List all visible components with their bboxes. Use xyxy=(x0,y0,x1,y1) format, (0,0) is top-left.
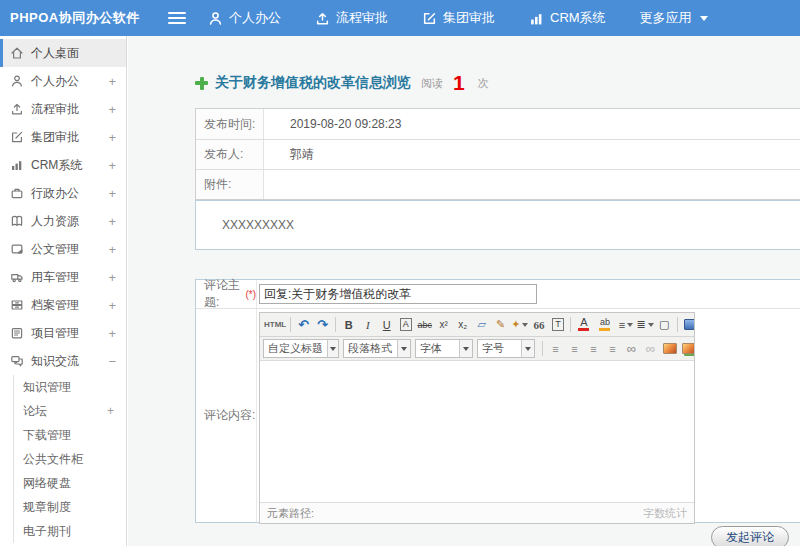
insert-link-icon[interactable]: ∞ xyxy=(622,340,641,358)
paste-as-text-icon[interactable]: T xyxy=(548,316,567,334)
sidebar-item-group-approval[interactable]: 集团审批 + xyxy=(0,123,126,151)
font-size-select[interactable]: 字号 xyxy=(477,339,535,358)
editor-toolbar-row2: 自定义标题 段落格式 字体 字号 xyxy=(260,337,694,361)
sidebar-item-label: 行政办公 xyxy=(31,185,108,202)
subscript-icon[interactable]: x₂ xyxy=(453,316,472,334)
sidebar-item-admin-office[interactable]: 行政办公 + xyxy=(0,179,126,207)
superscript-icon[interactable]: x² xyxy=(434,316,453,334)
fullscreen-icon[interactable] xyxy=(681,316,694,334)
bar-chart-icon xyxy=(9,158,24,173)
sidebar-subitem-e-journal[interactable]: 电子期刊 xyxy=(14,519,126,543)
expand-sign[interactable]: + xyxy=(108,214,116,229)
document-icon xyxy=(9,242,24,257)
submit-comment-button[interactable]: 发起评论 xyxy=(711,526,789,546)
sidebar-item-archives[interactable]: 档案管理 + xyxy=(0,291,126,319)
top-menu-crm[interactable]: CRM系统 xyxy=(529,9,606,27)
sidebar-subitem-forum[interactable]: 论坛 + xyxy=(14,399,126,423)
new-page-icon[interactable]: ▢ xyxy=(655,316,674,334)
caret-down-icon xyxy=(521,340,534,357)
heading-select[interactable]: 自定义标题 xyxy=(263,339,339,358)
sidebar-item-personal-office[interactable]: 个人办公 + xyxy=(0,67,126,95)
expand-sign[interactable]: + xyxy=(108,242,116,257)
info-label: 发布人: xyxy=(196,140,264,169)
upload-icon xyxy=(9,102,24,117)
app-logo: PHPOA协同办公软件 xyxy=(0,9,150,27)
subject-input[interactable] xyxy=(259,284,537,304)
sidebar-subitem-download-mgmt[interactable]: 下载管理 xyxy=(14,423,126,447)
align-center-icon[interactable]: ≡ xyxy=(565,340,584,358)
expand-sign[interactable]: + xyxy=(108,102,116,117)
sidebar-item-knowledge[interactable]: 知识交流 − xyxy=(0,347,126,375)
blockquote-icon[interactable]: 66 xyxy=(529,316,548,334)
toolbar-separator xyxy=(542,341,543,356)
sidebar-item-hr[interactable]: 人力资源 + xyxy=(0,207,126,235)
font-style-icon[interactable]: A xyxy=(396,316,415,334)
caret-down-icon xyxy=(700,16,708,21)
subitem-label: 论坛 xyxy=(23,403,107,420)
table-row: 发布时间: 2019-08-20 09:28:23 xyxy=(196,109,800,139)
subitem-label: 知识管理 xyxy=(23,379,126,396)
network-image-icon[interactable] xyxy=(679,340,694,358)
expand-sign[interactable]: + xyxy=(108,326,116,341)
top-menu-personal-office[interactable]: 个人办公 xyxy=(208,9,281,27)
bold-icon[interactable]: B xyxy=(339,316,358,334)
expand-sign[interactable]: + xyxy=(108,298,116,313)
paragraph-format-select[interactable]: 段落格式 xyxy=(343,339,411,358)
sidebar: 个人桌面 个人办公 + 流程审批 + 集团审批 + CRM系统 + 行政办公 + xyxy=(0,36,127,546)
top-menu-more-apps[interactable]: 更多应用 xyxy=(640,9,708,27)
align-left-icon[interactable]: ≡ xyxy=(546,340,565,358)
underline-icon[interactable]: U xyxy=(377,316,396,334)
sidebar-item-projects[interactable]: 项目管理 + xyxy=(0,319,126,347)
format-brush-icon[interactable]: ✎ xyxy=(491,316,510,334)
highlight-color-icon[interactable]: ab xyxy=(595,316,614,334)
collapse-sign[interactable]: − xyxy=(108,354,116,369)
expand-sign[interactable]: + xyxy=(108,186,116,201)
content-label-text: 评论内容: xyxy=(204,407,255,424)
expand-sign[interactable]: + xyxy=(108,74,116,89)
article-title-row: 关于财务增值税的改革信息浏览 阅读 1 次 xyxy=(195,69,800,97)
sidebar-item-workflow-approval[interactable]: 流程审批 + xyxy=(0,95,126,123)
text-color-icon[interactable]: A xyxy=(574,316,593,334)
align-right-icon[interactable]: ≡ xyxy=(584,340,603,358)
autoformat-icon[interactable]: ✦ xyxy=(510,316,529,334)
sidebar-subitem-rules[interactable]: 规章制度 xyxy=(14,495,126,519)
sidebar-subitem-knowledge-mgmt[interactable]: 知识管理 xyxy=(14,375,126,399)
top-menu-workflow-approval[interactable]: 流程审批 xyxy=(315,9,388,27)
expand-sign[interactable]: + xyxy=(108,158,116,173)
sidebar-item-vehicle[interactable]: 用车管理 + xyxy=(0,263,126,291)
ordered-list-icon[interactable]: ≡ xyxy=(616,316,635,334)
expand-sign[interactable]: + xyxy=(108,130,116,145)
user-icon xyxy=(9,74,24,89)
expand-sign[interactable]: + xyxy=(107,404,126,418)
sidebar-subitem-network-disk[interactable]: 网络硬盘 xyxy=(14,471,126,495)
redo-icon[interactable]: ↷ xyxy=(313,316,332,334)
remove-format-icon[interactable]: ▱ xyxy=(472,316,491,334)
subitem-label: 电子期刊 xyxy=(23,523,126,540)
insert-image-icon[interactable] xyxy=(660,340,679,358)
bullet-list-icon[interactable]: ≣ xyxy=(635,316,654,334)
sidebar-item-crm[interactable]: CRM系统 + xyxy=(0,151,126,179)
editor-content-area[interactable] xyxy=(260,361,694,502)
top-menu-group-approval[interactable]: 集团审批 xyxy=(422,9,495,27)
italic-icon[interactable]: I xyxy=(358,316,377,334)
bar-chart-icon xyxy=(529,11,544,26)
caret-down-icon xyxy=(397,340,410,357)
briefcase-icon xyxy=(9,186,24,201)
align-justify-icon[interactable]: ≡ xyxy=(603,340,622,358)
expand-sign[interactable]: + xyxy=(108,270,116,285)
book-icon xyxy=(9,214,24,229)
toolbar-separator xyxy=(335,317,336,332)
remove-link-icon[interactable]: ∞ xyxy=(641,340,660,358)
sidebar-item-personal-desktop[interactable]: 个人桌面 xyxy=(0,39,126,67)
rich-text-editor: HTML ↶ ↷ B I U A abc x² x₂ ▱ ✎ xyxy=(259,312,695,524)
toolbar-separator xyxy=(290,317,291,332)
sidebar-item-official-doc[interactable]: 公文管理 + xyxy=(0,235,126,263)
sidebar-subitem-public-cabinet[interactable]: 公共文件柜 xyxy=(14,447,126,471)
html-source-button[interactable]: HTML xyxy=(263,316,287,334)
undo-icon[interactable]: ↶ xyxy=(294,316,313,334)
strikethrough-icon[interactable]: abc xyxy=(415,316,434,334)
font-family-select[interactable]: 字体 xyxy=(415,339,473,358)
menu-toggle-icon[interactable] xyxy=(168,12,186,24)
required-mark: (*) xyxy=(245,289,256,300)
sidebar-item-label: 个人桌面 xyxy=(31,45,116,62)
